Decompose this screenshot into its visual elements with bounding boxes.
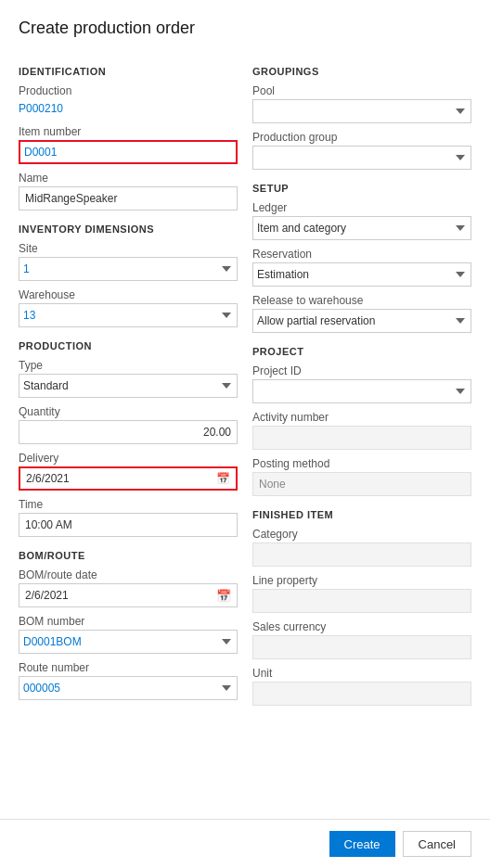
production-label: Production bbox=[19, 84, 238, 97]
bom-route-header: BOM/ROUTE bbox=[19, 550, 238, 561]
warehouse-field: Warehouse 13 bbox=[19, 288, 238, 327]
time-label: Time bbox=[19, 498, 238, 511]
posting-method-field: Posting method bbox=[252, 457, 471, 496]
activity-number-input bbox=[252, 426, 471, 450]
delivery-field: Delivery 📅 bbox=[19, 452, 238, 491]
pool-select[interactable] bbox=[252, 99, 471, 123]
reservation-field: Reservation Estimation bbox=[252, 248, 471, 287]
production-value: P000210 bbox=[19, 99, 238, 118]
delivery-input[interactable] bbox=[20, 468, 211, 489]
unit-label: Unit bbox=[252, 667, 471, 680]
route-number-field: Route number 000005 bbox=[19, 661, 238, 700]
pool-label: Pool bbox=[252, 84, 471, 97]
route-number-label: Route number bbox=[19, 661, 238, 674]
bom-route-calendar-icon[interactable]: 📅 bbox=[211, 589, 237, 603]
ledger-label: Ledger bbox=[252, 201, 471, 214]
type-select[interactable]: Standard bbox=[19, 374, 238, 398]
quantity-label: Quantity bbox=[19, 405, 238, 418]
sales-currency-input bbox=[252, 635, 471, 659]
site-label: Site bbox=[19, 242, 238, 255]
activity-number-label: Activity number bbox=[252, 411, 471, 424]
posting-method-label: Posting method bbox=[252, 457, 471, 470]
identification-header: IDENTIFICATION bbox=[19, 66, 238, 77]
bom-route-date-field: BOM/route date 📅 bbox=[19, 568, 238, 607]
category-label: Category bbox=[252, 528, 471, 541]
warehouse-label: Warehouse bbox=[19, 288, 238, 301]
bom-route-date-label: BOM/route date bbox=[19, 568, 238, 581]
quantity-field: Quantity bbox=[19, 405, 238, 444]
bom-route-date-wrapper: 📅 bbox=[19, 583, 238, 607]
delivery-label: Delivery bbox=[19, 452, 238, 465]
reservation-label: Reservation bbox=[252, 248, 471, 261]
category-field: Category bbox=[252, 528, 471, 567]
production-group-label: Production group bbox=[252, 131, 471, 144]
project-header: PROJECT bbox=[252, 346, 471, 357]
release-warehouse-select[interactable]: Allow partial reservation bbox=[252, 309, 471, 333]
unit-input bbox=[252, 682, 471, 706]
posting-method-input bbox=[252, 472, 471, 496]
item-number-field: Item number D0001 bbox=[19, 125, 238, 164]
item-number-select[interactable]: D0001 bbox=[20, 142, 236, 162]
project-id-select[interactable] bbox=[252, 379, 471, 403]
name-field: Name bbox=[19, 172, 238, 211]
name-label: Name bbox=[19, 172, 238, 185]
release-warehouse-field: Release to warehouse Allow partial reser… bbox=[252, 294, 471, 333]
warehouse-select[interactable]: 13 bbox=[19, 303, 238, 327]
reservation-select[interactable]: Estimation bbox=[252, 262, 471, 287]
quantity-input[interactable] bbox=[19, 420, 238, 444]
project-id-field: Project ID bbox=[252, 364, 471, 403]
bom-route-date-input[interactable] bbox=[19, 584, 211, 606]
unit-field: Unit bbox=[252, 667, 471, 706]
inventory-dimensions-header: INVENTORY DIMENSIONS bbox=[19, 223, 238, 235]
ledger-select[interactable]: Item and category bbox=[252, 216, 471, 240]
production-group-field: Production group bbox=[252, 131, 471, 170]
groupings-header: GROUPINGS bbox=[252, 66, 471, 77]
activity-number-field: Activity number bbox=[252, 411, 471, 450]
create-button[interactable]: Create bbox=[329, 831, 395, 857]
finished-item-header: FINISHED ITEM bbox=[252, 509, 471, 520]
production-group-select[interactable] bbox=[252, 146, 471, 170]
name-input[interactable] bbox=[19, 186, 238, 211]
dialog-footer: Create Cancel bbox=[0, 819, 490, 868]
bom-number-select[interactable]: D0001BOM bbox=[19, 630, 238, 654]
type-field: Type Standard bbox=[19, 359, 238, 398]
release-warehouse-label: Release to warehouse bbox=[252, 294, 471, 307]
cancel-button[interactable]: Cancel bbox=[403, 831, 471, 857]
bom-number-label: BOM number bbox=[19, 615, 238, 628]
sales-currency-field: Sales currency bbox=[252, 620, 471, 659]
setup-header: SETUP bbox=[252, 183, 471, 194]
ledger-field: Ledger Item and category bbox=[252, 201, 471, 240]
route-number-select[interactable]: 000005 bbox=[19, 676, 238, 700]
delivery-calendar-icon[interactable]: 📅 bbox=[211, 472, 236, 485]
site-select[interactable]: 1 bbox=[19, 257, 238, 281]
category-input bbox=[252, 542, 471, 567]
production-field: Production P000210 bbox=[19, 84, 238, 118]
line-property-field: Line property bbox=[252, 574, 471, 613]
time-input[interactable] bbox=[19, 513, 238, 537]
line-property-input bbox=[252, 589, 471, 613]
line-property-label: Line property bbox=[252, 574, 471, 587]
site-field: Site 1 bbox=[19, 242, 238, 281]
sales-currency-label: Sales currency bbox=[252, 620, 471, 633]
pool-field: Pool bbox=[252, 84, 471, 123]
type-label: Type bbox=[19, 359, 238, 372]
project-id-label: Project ID bbox=[252, 364, 471, 377]
production-header: PRODUCTION bbox=[19, 340, 238, 351]
time-field: Time bbox=[19, 498, 238, 537]
item-number-label: Item number bbox=[19, 125, 238, 138]
bom-number-field: BOM number D0001BOM bbox=[19, 615, 238, 654]
dialog-title: Create production order bbox=[19, 19, 471, 38]
